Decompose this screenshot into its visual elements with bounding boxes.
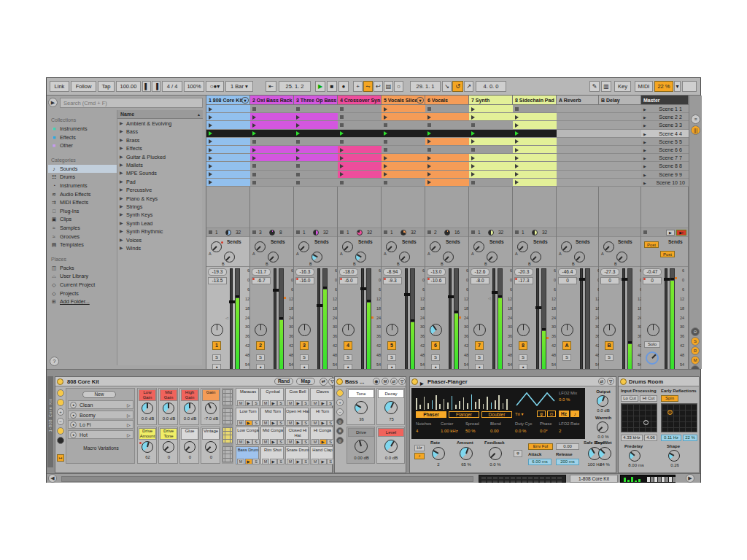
clip-slot[interactable] <box>469 113 513 121</box>
rate-hz-toggle[interactable]: Hz <box>414 445 425 451</box>
clip-stop-icon[interactable] <box>427 148 431 152</box>
clip-stop-icon[interactable] <box>340 107 344 111</box>
clip-play-icon[interactable] <box>209 139 212 144</box>
clip-stop-icon[interactable] <box>471 123 475 127</box>
fader-thumb[interactable] <box>273 289 279 292</box>
clip-slot[interactable] <box>338 171 382 179</box>
draw-mode-icon[interactable]: ✎ <box>589 81 600 92</box>
drum-pad-hi-conga[interactable]: Hi CongaM▶S <box>310 427 333 445</box>
info-icon[interactable]: ? <box>50 357 59 366</box>
clip-play-icon[interactable] <box>340 156 344 160</box>
chain-play-icon[interactable]: ▷ <box>127 422 131 427</box>
track-header[interactable]: 5 Vocals Slice▾ <box>382 96 425 105</box>
clip-stop-icon[interactable] <box>471 148 475 152</box>
playing-clip-icon[interactable] <box>427 131 431 136</box>
send-b-knob[interactable] <box>443 252 454 262</box>
track-activator-button[interactable]: 4 <box>344 341 352 350</box>
send-a-knob[interactable] <box>342 241 353 252</box>
solo-button[interactable]: S <box>605 354 614 361</box>
clip-slot[interactable] <box>250 130 294 138</box>
pad-solo-button[interactable]: S <box>327 459 334 464</box>
search-input[interactable] <box>60 98 203 108</box>
chain-hotswap-icon[interactable]: ● <box>70 402 77 408</box>
pan-knob[interactable] <box>647 324 659 336</box>
mode-tab-flanger[interactable]: Flanger <box>449 411 479 418</box>
send-a-knob[interactable] <box>517 241 528 252</box>
groove-amount-field[interactable]: 100% <box>184 81 204 92</box>
solo-button[interactable]: S <box>344 354 352 361</box>
release-value[interactable]: 200 ms <box>556 459 579 465</box>
link-button[interactable]: Link <box>50 81 69 92</box>
send-a-knob[interactable] <box>255 241 266 252</box>
scene-play-icon[interactable]: ▶ <box>643 115 646 120</box>
lfo-shape-select[interactable]: Tri ▾ <box>515 411 533 417</box>
pad-bank[interactable] <box>222 408 233 424</box>
drum-pad-rim-shot[interactable]: Rim ShotM▶S <box>260 446 284 464</box>
solo-button[interactable]: S <box>562 354 571 361</box>
clip-play-icon[interactable] <box>384 156 387 160</box>
clip-slot[interactable] <box>206 130 250 138</box>
chain-row[interactable]: ●Clean▷ <box>68 400 133 409</box>
send-a-knob[interactable] <box>298 241 309 252</box>
scene-play-icon[interactable]: ▶ <box>643 148 646 152</box>
clip-play-icon[interactable] <box>296 156 300 160</box>
pad-play-button[interactable]: ▶ <box>295 439 302 445</box>
pad-mute-button[interactable]: M <box>287 400 294 406</box>
pad-mute-button[interactable]: M <box>262 439 269 445</box>
clip-slot[interactable] <box>338 130 382 138</box>
param-value[interactable]: 50 % <box>465 429 489 434</box>
volume-fader[interactable] <box>317 268 320 378</box>
solo-button[interactable]: S <box>475 354 484 361</box>
clip-slot[interactable] <box>338 105 382 113</box>
solo-button[interactable]: S <box>256 354 265 361</box>
fader-thumb[interactable] <box>622 278 627 281</box>
pad-play-button[interactable]: ▶ <box>245 420 252 426</box>
mixer-toggle-icon[interactable]: ⊖ <box>691 327 700 336</box>
device-title-icon[interactable]: ▽ <box>607 378 614 385</box>
clip-stop-icon[interactable] <box>427 123 431 127</box>
volume-fader[interactable] <box>274 268 276 378</box>
device-title-icon[interactable]: ◉ <box>373 378 380 385</box>
clip-slot[interactable] <box>599 154 641 162</box>
clip-play-icon[interactable] <box>296 115 300 120</box>
send-b-knob[interactable] <box>530 252 541 262</box>
file-row[interactable]: ▶Piano & Keys <box>117 195 203 203</box>
solo-button[interactable]: S <box>519 354 527 361</box>
clip-slot[interactable] <box>250 113 294 121</box>
expand-arrow-icon[interactable]: ▶ <box>120 244 123 252</box>
pad-play-button[interactable]: ▶ <box>270 400 277 406</box>
pad-mute-button[interactable]: M <box>311 439 319 445</box>
clip-stop-icon[interactable] <box>252 164 256 168</box>
automation-arm-button[interactable]: ⥊ <box>363 81 373 92</box>
drum-pad-open-hi-hat[interactable]: Open Hi HatM▶S <box>285 408 309 426</box>
file-row[interactable]: ▶Percussive <box>117 186 203 194</box>
param-value[interactable]: 4 <box>416 429 439 434</box>
fader-thumb[interactable] <box>317 304 322 307</box>
pad-solo-button[interactable]: S <box>252 420 260 426</box>
expand-arrow-icon[interactable]: ▶ <box>120 228 123 236</box>
scene-play-icon[interactable]: ▶ <box>643 123 646 128</box>
scene-slot[interactable]: ▶Scene 11 <box>641 105 689 113</box>
scene-play-icon[interactable]: ▶ <box>643 173 646 177</box>
file-row[interactable]: ▶Winds <box>117 244 203 252</box>
clip-slot[interactable] <box>294 179 338 187</box>
pad-play-button[interactable]: ▶ <box>295 420 302 426</box>
clip-slot[interactable] <box>599 162 641 170</box>
file-row[interactable]: ▶Mallets <box>117 161 203 169</box>
clip-play-icon[interactable] <box>384 172 387 176</box>
scene-slot[interactable]: ▶Scene 44 <box>641 130 689 138</box>
rack-view-toggle-icon[interactable] <box>57 389 64 397</box>
pan-knob[interactable] <box>603 324 616 336</box>
track-header[interactable]: 7 Synth <box>469 96 512 105</box>
arrangement-position-field[interactable]: 25. 1. 2 <box>279 81 311 92</box>
pad-mute-button[interactable]: M <box>262 400 269 406</box>
chain-autoselect-icon[interactable]: ↦ <box>57 454 64 462</box>
clip-slot[interactable] <box>425 138 469 146</box>
device-title-icon[interactable]: ⇄ <box>390 378 398 385</box>
scene-slot[interactable]: ▶Scene 66 <box>641 146 689 154</box>
clip-slot[interactable] <box>599 105 641 113</box>
volume-value[interactable]: -13.5 <box>208 277 227 284</box>
file-row[interactable]: ▶Synth Lead <box>117 219 203 228</box>
pad-mute-button[interactable]: M <box>287 459 294 464</box>
clip-slot[interactable] <box>338 154 382 162</box>
